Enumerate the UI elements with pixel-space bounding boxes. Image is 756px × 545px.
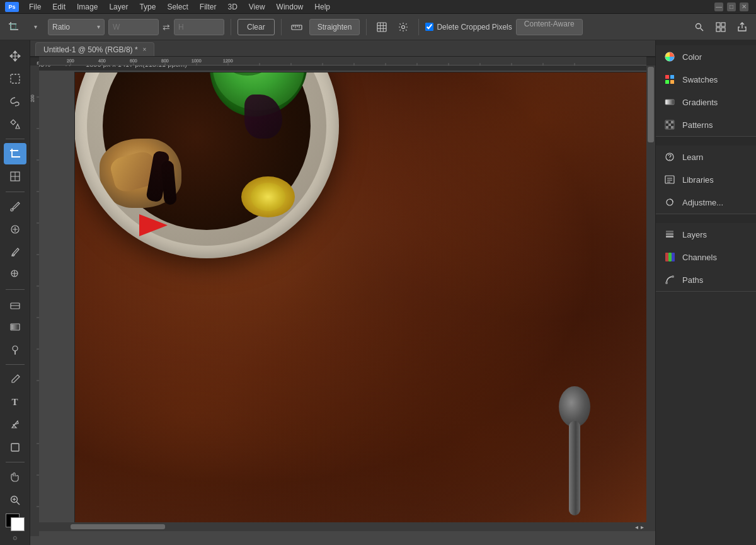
scroll-right-btn[interactable]: ▸ [641, 524, 644, 531]
tool-marquee[interactable] [4, 68, 26, 89]
delete-cropped-label[interactable]: Delete Cropped Pixels [425, 23, 512, 32]
panel-item-libraries[interactable]: Libraries [656, 168, 756, 191]
options-bar: ▾ Ratio ⇄ Clear Straighten [0, 14, 756, 40]
tool-path-select[interactable] [4, 414, 26, 435]
tool-clone[interactable] [4, 264, 26, 285]
learn-icon [663, 151, 676, 163]
swatches-icon [663, 73, 676, 86]
swatches-label: Swatches [682, 75, 718, 84]
libraries-label: Libraries [682, 175, 714, 185]
overlay-options-icon[interactable] [373, 18, 391, 36]
menu-select[interactable]: Select [162, 1, 193, 13]
tool-slice[interactable] [4, 166, 26, 187]
panel-item-learn[interactable]: Learn [656, 146, 756, 168]
tool-dodge[interactable] [4, 339, 26, 360]
tool-sep-2 [6, 192, 25, 192]
menu-type[interactable]: Type [134, 1, 161, 13]
menu-window[interactable]: Window [272, 1, 309, 13]
panel-item-channels[interactable]: Channels [656, 246, 756, 268]
panel-item-gradients[interactable]: Gradients [656, 91, 756, 113]
menu-image[interactable]: Image [72, 1, 103, 13]
svg-text:400: 400 [98, 59, 106, 63]
close-btn[interactable]: ✕ [740, 3, 748, 11]
tool-zoom[interactable] [4, 489, 26, 510]
tab-close-btn[interactable]: × [143, 46, 147, 53]
tool-shape[interactable] [4, 437, 26, 458]
panel-item-paths[interactable]: Paths [656, 268, 756, 291]
quick-mask-icon[interactable]: ⊙ [13, 535, 18, 541]
tool-move[interactable] [4, 45, 26, 67]
svg-text:1000: 1000 [192, 59, 202, 63]
clear-button[interactable]: Clear [238, 19, 275, 35]
menu-edit[interactable]: Edit [47, 1, 71, 13]
ratio-dropdown[interactable]: Ratio [48, 19, 105, 35]
crop-tool-indicator[interactable] [5, 18, 23, 36]
panel-item-patterns[interactable]: Patterns [656, 113, 756, 136]
patterns-label: Patterns [682, 120, 713, 130]
menu-filter[interactable]: Filter [195, 1, 222, 13]
vertical-scrollbar[interactable] [646, 66, 655, 531]
tool-type[interactable]: T [4, 391, 26, 413]
document-tab[interactable]: Untitled-1 @ 50% (RGB/8) * × [35, 42, 154, 56]
arrange-icon[interactable] [712, 18, 730, 36]
left-toolbar: T [0, 40, 30, 545]
tool-select-subject[interactable] [4, 113, 26, 135]
scroll-left-btn[interactable]: ◂ [635, 524, 638, 531]
tool-eyedropper[interactable] [4, 195, 26, 217]
content-aware-button[interactable]: Content-Aware [516, 19, 583, 35]
tool-sep-1 [6, 139, 25, 139]
foreground-color-swatch[interactable] [6, 513, 25, 531]
swap-dimensions-icon[interactable]: ⇄ [163, 22, 170, 32]
tool-brush[interactable] [4, 241, 26, 263]
menu-layer[interactable]: Layer [104, 1, 133, 13]
tool-hand[interactable] [4, 466, 26, 488]
separator-4 [418, 19, 419, 35]
panel-item-color[interactable]: Color [656, 45, 756, 68]
ruler-icon[interactable] [288, 18, 306, 36]
patterns-icon [663, 118, 676, 131]
tool-sep-3 [6, 289, 25, 290]
svg-point-98 [672, 275, 674, 278]
share-icon[interactable] [733, 18, 751, 36]
menu-file[interactable]: File [24, 1, 46, 13]
search-icon[interactable] [690, 18, 708, 36]
options-dropdown-icon[interactable]: ▾ [26, 18, 44, 36]
tool-eraser[interactable] [4, 294, 26, 315]
menu-view[interactable]: View [244, 1, 270, 13]
width-input[interactable] [108, 19, 159, 35]
tool-pen[interactable] [4, 369, 26, 390]
menu-3d[interactable]: 3D [222, 1, 242, 13]
tool-lasso[interactable] [4, 91, 26, 112]
minimize-btn[interactable]: — [714, 3, 723, 11]
svg-rect-15 [721, 23, 725, 26]
color-label: Color [682, 52, 702, 62]
panel-item-layers[interactable]: Layers [656, 223, 756, 246]
svg-text:200: 200 [67, 59, 74, 63]
straighten-button[interactable]: Straighten [309, 19, 360, 35]
tool-crop[interactable] [4, 143, 26, 164]
canvas-viewport[interactable]: 200 400 600 800 1000 1200 [30, 57, 655, 545]
height-input[interactable] [174, 19, 224, 35]
horizontal-scrollbar[interactable]: ◂ ▸ [39, 522, 646, 531]
svg-rect-28 [11, 324, 19, 330]
panel-item-swatches[interactable]: Swatches [656, 68, 756, 91]
paths-icon [663, 273, 676, 286]
menu-help[interactable]: Help [309, 1, 335, 13]
canvas-image [74, 72, 654, 525]
tool-sep-5 [6, 462, 25, 462]
panel-separator-2 [656, 214, 756, 223]
svg-rect-30 [11, 444, 19, 451]
svg-point-22 [11, 209, 13, 211]
panel-item-adjustments[interactable]: Adjustme... [656, 191, 756, 214]
maximize-btn[interactable]: □ [727, 3, 736, 11]
tool-gradient[interactable] [4, 316, 26, 338]
crop-settings-icon[interactable] [394, 18, 412, 36]
svg-rect-16 [716, 28, 720, 32]
tool-healing[interactable] [4, 219, 26, 240]
svg-text:1200: 1200 [223, 59, 233, 63]
svg-rect-93 [666, 231, 673, 232]
adjustments-label: Adjustme... [682, 198, 723, 207]
svg-rect-81 [668, 123, 671, 126]
svg-rect-74 [670, 75, 674, 79]
delete-cropped-checkbox[interactable] [425, 23, 433, 31]
